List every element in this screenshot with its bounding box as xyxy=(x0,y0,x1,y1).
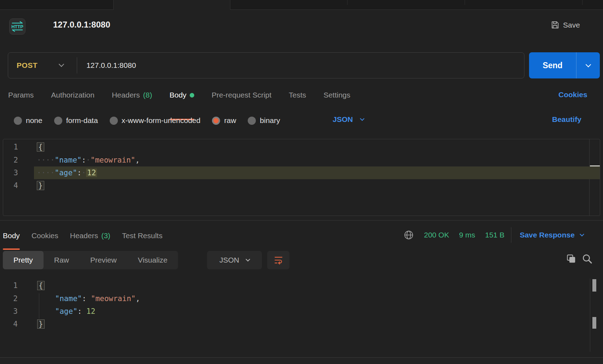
wrap-lines-button[interactable] xyxy=(267,251,289,269)
search-response-button[interactable] xyxy=(581,253,593,266)
wrap-lines-icon xyxy=(274,255,283,265)
code-line[interactable]: 4} xyxy=(0,318,603,330)
response-tab-headers[interactable]: Headers(3) xyxy=(70,224,110,250)
token-punct: : xyxy=(81,156,86,164)
response-tabs: BodyCookiesHeaders(3)Test Results xyxy=(3,224,162,250)
save-response-label: Save Response xyxy=(520,231,575,239)
code-text: "name": "meowrain", xyxy=(18,294,140,303)
token-key: "age" xyxy=(55,169,77,177)
token-sp xyxy=(37,294,55,303)
tab-divider xyxy=(347,0,348,5)
tab-label: Body xyxy=(170,91,186,99)
code-line[interactable]: 2····"name":·"meowrain", xyxy=(3,153,600,166)
code-line[interactable]: 1{ xyxy=(3,141,600,153)
line-number: 2 xyxy=(0,294,18,303)
response-tab-body[interactable]: Body xyxy=(3,224,20,250)
response-tab-cookies[interactable]: Cookies xyxy=(31,224,58,250)
beautify-link[interactable]: Beautify xyxy=(552,115,581,124)
code-text: { xyxy=(18,143,44,151)
line-number: 2 xyxy=(3,156,18,164)
radio-label: raw xyxy=(224,116,236,125)
tab-label: Headers xyxy=(70,231,98,250)
token-punct: : xyxy=(82,294,86,303)
tab-count-badge: (8) xyxy=(143,91,152,99)
radio-icon xyxy=(14,117,22,125)
radio-icon xyxy=(54,117,62,125)
http-method-icon: HTTP xyxy=(9,18,25,35)
cookies-link[interactable]: Cookies xyxy=(558,90,587,99)
line-number: 3 xyxy=(0,307,18,316)
status-badge[interactable]: 200 OK xyxy=(424,231,449,239)
code-line[interactable]: 3 "age": 12 xyxy=(0,305,603,318)
token-ws: ···· xyxy=(37,156,55,164)
search-icon xyxy=(581,253,593,264)
code-line[interactable]: 2 "name": "meowrain", xyxy=(0,292,603,305)
tab-strip-border xyxy=(0,10,113,10)
view-preview[interactable]: Preview xyxy=(80,251,127,269)
body-mode-row: noneform-datax-www-form-urlencodedrawbin… xyxy=(14,112,280,129)
method-select[interactable]: POST xyxy=(17,61,38,70)
code-text: { xyxy=(18,281,45,290)
token-ws: · xyxy=(86,156,91,164)
url-input[interactable]: 127.0.0.1:8080 xyxy=(86,61,136,70)
line-number: 1 xyxy=(3,143,18,151)
view-raw[interactable]: Raw xyxy=(44,251,80,269)
tab-label: Body xyxy=(3,231,20,250)
request-title: 127.0.0.1:8080 xyxy=(53,20,110,30)
postman-window: HTTP 127.0.0.1:8080 Save POST 127.0.0.1:… xyxy=(0,0,603,364)
tab-label: Settings xyxy=(323,91,350,99)
tab-label: Test Results xyxy=(122,231,162,250)
body-mode-form-data[interactable]: form-data xyxy=(54,116,98,125)
token-num: 12 xyxy=(86,307,95,316)
save-response-button[interactable]: Save Response xyxy=(520,231,584,239)
response-tab-test-results[interactable]: Test Results xyxy=(122,224,162,250)
bracket-match-highlight: } xyxy=(37,181,44,190)
code-text: ····"name":·"meowrain", xyxy=(18,156,140,164)
send-options-chevron-icon[interactable] xyxy=(576,64,600,67)
body-mode-none[interactable]: none xyxy=(14,116,42,125)
response-body-editor[interactable]: 1{2 "name": "meowrain",3 "age": 124} xyxy=(0,279,603,350)
tab-settings[interactable]: Settings xyxy=(323,85,350,120)
response-size[interactable]: 151 B xyxy=(485,231,505,239)
tab-label: Pre-request Script xyxy=(212,91,271,99)
token-sp xyxy=(86,294,91,303)
response-time[interactable]: 9 ms xyxy=(459,231,475,239)
code-line[interactable]: 3····"age":·12 xyxy=(3,166,600,179)
line-number: 4 xyxy=(3,181,18,190)
url-bar-divider xyxy=(77,57,77,74)
globe-icon[interactable] xyxy=(403,230,414,240)
send-label: Send xyxy=(529,61,576,70)
save-button[interactable]: Save xyxy=(551,20,580,29)
tab-tests[interactable]: Tests xyxy=(289,85,306,120)
chevron-down-icon[interactable] xyxy=(59,62,63,69)
view-pretty[interactable]: Pretty xyxy=(3,251,44,269)
token-punct: : xyxy=(77,169,82,177)
url-bar: POST 127.0.0.1:8080 xyxy=(8,52,524,78)
send-button[interactable]: Send xyxy=(529,52,600,78)
body-language-value: JSON xyxy=(333,115,353,124)
request-body-editor[interactable]: 1{2····"name":·"meowrain",3····"age":·12… xyxy=(3,139,600,216)
body-mode-binary[interactable]: binary xyxy=(248,116,280,125)
body-mode-x-www-form-urlencoded[interactable]: x-www-form-urlencoded xyxy=(110,116,201,125)
code-line[interactable]: 1{ xyxy=(0,279,603,292)
token-ws: · xyxy=(81,169,86,177)
chevron-down-icon xyxy=(580,232,584,236)
radio-icon xyxy=(110,117,118,125)
code-line[interactable]: 4} xyxy=(3,179,600,192)
body-mode-raw[interactable]: raw xyxy=(212,116,236,125)
bracket-match-highlight: { xyxy=(37,281,45,290)
save-icon xyxy=(551,20,559,29)
chevron-down-icon xyxy=(360,116,364,121)
body-language-select[interactable]: JSON xyxy=(333,115,364,124)
token-key: "name" xyxy=(55,294,82,303)
copy-response-button[interactable] xyxy=(566,253,576,265)
response-language-select[interactable]: JSON xyxy=(207,251,262,269)
section-divider xyxy=(0,220,603,221)
view-visualize[interactable]: Visualize xyxy=(127,251,178,269)
scrollbar-thumb[interactable] xyxy=(592,317,596,329)
radio-label: none xyxy=(26,116,42,125)
scrollbar-thumb[interactable] xyxy=(592,279,596,292)
token-ws: ···· xyxy=(37,169,55,177)
workspace-tab-strip xyxy=(0,0,603,10)
workspace-tab-active[interactable] xyxy=(113,0,230,10)
